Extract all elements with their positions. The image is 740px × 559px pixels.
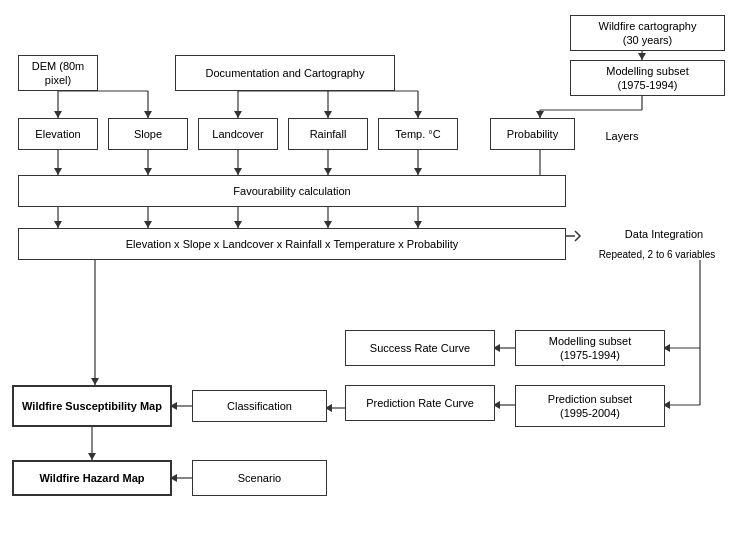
svg-marker-19 [536, 111, 544, 118]
svg-marker-42 [414, 221, 422, 228]
prediction-rate-curve-box: Prediction Rate Curve [345, 385, 495, 421]
probability-box: Probability [490, 118, 575, 150]
svg-marker-61 [88, 453, 96, 460]
slope-box: Slope [108, 118, 188, 150]
repeated-label: Repeated, 2 to 6 variables [582, 246, 732, 262]
svg-marker-25 [234, 168, 242, 175]
layers-label: Layers [592, 126, 652, 146]
scenario-box: Scenario [192, 460, 327, 496]
elevation-box: Elevation [18, 118, 98, 150]
integration-box: Elevation x Slope x Landcover x Rainfall… [18, 228, 566, 260]
svg-marker-10 [324, 111, 332, 118]
svg-marker-29 [414, 168, 422, 175]
wildfire-susceptibility-box: Wildfire Susceptibility Map [12, 385, 172, 427]
svg-marker-13 [414, 111, 422, 118]
svg-marker-34 [54, 221, 62, 228]
svg-marker-21 [54, 168, 62, 175]
svg-marker-45 [91, 378, 99, 385]
classification-box: Classification [192, 390, 327, 422]
modelling-subset2-box: Modelling subset(1975-1994) [515, 330, 665, 366]
rainfall-box: Rainfall [288, 118, 368, 150]
doc-cartography-box: Documentation and Cartography [175, 55, 395, 91]
diagram: DEM (80m pixel) Documentation and Cartog… [0, 0, 740, 559]
success-rate-curve-box: Success Rate Curve [345, 330, 495, 366]
wildfire-hazard-box: Wildfire Hazard Map [12, 460, 172, 496]
temp-box: Temp. °C [378, 118, 458, 150]
prediction-subset-box: Prediction subset(1995-2004) [515, 385, 665, 427]
data-integration-label: Data Integration [590, 224, 730, 244]
svg-marker-40 [324, 221, 332, 228]
svg-marker-7 [234, 111, 242, 118]
svg-marker-27 [324, 168, 332, 175]
svg-marker-23 [144, 168, 152, 175]
svg-marker-4 [144, 111, 152, 118]
wildfire-cartography-box: Wildfire cartography(30 years) [570, 15, 725, 51]
svg-marker-15 [638, 53, 646, 60]
svg-marker-38 [234, 221, 242, 228]
svg-marker-36 [144, 221, 152, 228]
modelling-subset1-box: Modelling subset(1975-1994) [570, 60, 725, 96]
favourability-box: Favourability calculation [18, 175, 566, 207]
svg-marker-1 [54, 111, 62, 118]
dem-box: DEM (80m pixel) [18, 55, 98, 91]
landcover-box: Landcover [198, 118, 278, 150]
